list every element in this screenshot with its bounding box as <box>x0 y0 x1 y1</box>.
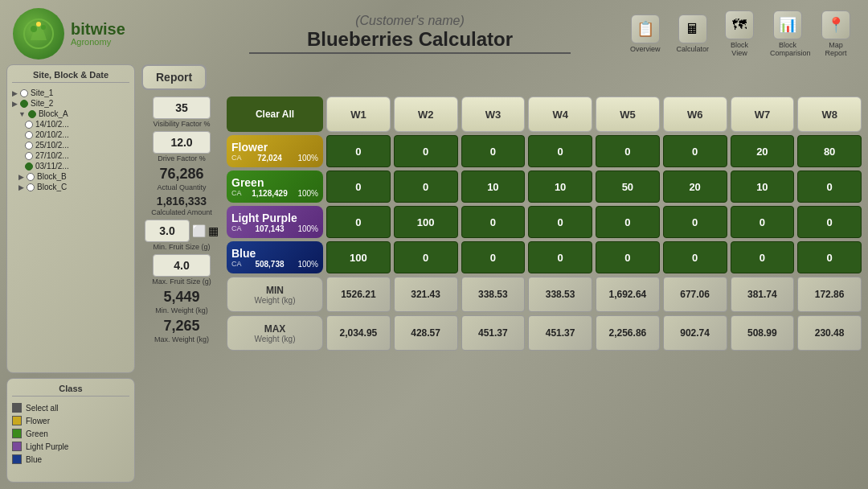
week-btn-w2[interactable]: W2 <box>394 97 458 132</box>
nav-block-comparison[interactable]: 📊 Block Comparision <box>765 7 810 60</box>
green-w1[interactable]: 0 <box>326 171 391 203</box>
week-btn-w7[interactable]: W7 <box>731 97 795 132</box>
flower-w1[interactable]: 0 <box>326 135 391 167</box>
clear-all-button[interactable]: Clear All <box>227 97 323 132</box>
flower-w3[interactable]: 0 <box>461 135 526 167</box>
max-fruit-input[interactable] <box>153 254 211 277</box>
blue-w1[interactable]: 100 <box>326 241 391 273</box>
week-btn-w1[interactable]: W1 <box>326 97 391 132</box>
max-sub: Weight (kg) <box>255 335 296 343</box>
blue-w7[interactable]: 0 <box>731 241 795 273</box>
min-w8: 172.86 <box>797 277 862 312</box>
max-w6: 902.74 <box>663 315 727 351</box>
green-w7[interactable]: 10 <box>731 171 795 203</box>
site1-radio[interactable] <box>20 89 28 97</box>
green-w5[interactable]: 50 <box>596 171 660 203</box>
tree-site1[interactable]: ▶ Site_1 <box>12 88 129 98</box>
lp-w4[interactable]: 0 <box>528 206 592 238</box>
blue-w8[interactable]: 0 <box>797 241 862 273</box>
max-weight-field: 7,265 Max. Weight (kg) <box>141 318 222 343</box>
date5-radio[interactable] <box>25 162 33 171</box>
green-w4[interactable]: 10 <box>528 171 592 203</box>
tree-date5[interactable]: 03/11/2... <box>25 161 129 171</box>
calc-amount-label: Calculated Amount <box>151 208 212 216</box>
nav-block-view[interactable]: 🗺 Block View <box>720 7 759 60</box>
lp-w3[interactable]: 0 <box>461 206 526 238</box>
week-btn-w3[interactable]: W3 <box>461 97 526 132</box>
calculator-icon: 🖩 <box>678 14 707 43</box>
report-button[interactable]: Report <box>141 64 207 90</box>
blocka-radio[interactable] <box>28 110 36 118</box>
green-w8[interactable]: 0 <box>797 171 862 203</box>
lp-w6[interactable]: 0 <box>663 206 727 238</box>
max-w3: 451.37 <box>461 315 526 351</box>
logo-area: bitwise Agronomy <box>13 8 141 60</box>
blockc-radio[interactable] <box>27 183 35 191</box>
class-blue[interactable]: Blue <box>12 453 129 466</box>
brand-name: bitwise <box>71 21 125 37</box>
flower-w4[interactable]: 0 <box>528 135 592 167</box>
nav-overview[interactable]: 📋 Overview <box>625 11 665 56</box>
week-btn-w4[interactable]: W4 <box>528 97 592 132</box>
class-green[interactable]: Green <box>12 427 129 440</box>
blue-w4[interactable]: 0 <box>528 241 592 273</box>
lp-w1[interactable]: 0 <box>326 206 391 238</box>
grid-icon[interactable]: ▦ <box>208 224 219 237</box>
visibility-factor-input[interactable] <box>153 97 211 119</box>
date4-radio[interactable] <box>25 152 33 160</box>
lp-w5[interactable]: 0 <box>596 206 660 238</box>
class-light-purple[interactable]: Light Purple <box>12 440 129 453</box>
blue-w2[interactable]: 0 <box>394 241 458 273</box>
green-w2[interactable]: 0 <box>394 171 458 203</box>
actual-qty-value: 76,286 <box>159 166 203 183</box>
lp-w2[interactable]: 100 <box>394 206 458 238</box>
date3-radio[interactable] <box>25 142 33 150</box>
blue-w6[interactable]: 0 <box>663 241 727 273</box>
blue-w5[interactable]: 0 <box>596 241 660 273</box>
flower-w8[interactable]: 80 <box>797 135 862 167</box>
max-w2: 428.57 <box>394 315 458 351</box>
max-w7: 508.99 <box>731 315 795 351</box>
min-label-cell: MIN Weight (kg) <box>227 277 323 312</box>
week-btn-w5[interactable]: W5 <box>596 97 660 132</box>
tree-blockb[interactable]: ▶ Block_B <box>18 171 129 182</box>
blockb-radio[interactable] <box>27 173 35 181</box>
flower-w5[interactable]: 0 <box>596 135 660 167</box>
tree-blockc[interactable]: ▶ Block_C <box>18 182 129 192</box>
flower-w2[interactable]: 0 <box>394 135 458 167</box>
week-btn-w8[interactable]: W8 <box>797 97 862 132</box>
filter-icon[interactable]: ⬜ <box>192 224 206 237</box>
class-select-all[interactable]: Select all <box>12 401 129 414</box>
lp-w8[interactable]: 0 <box>797 206 862 238</box>
green-w6[interactable]: 20 <box>663 171 727 203</box>
blue-row: Blue CA 508,738 100% 100 0 0 0 0 0 <box>227 241 862 273</box>
drive-factor-label: Drive Factor % <box>158 154 206 162</box>
tree-date4[interactable]: 27/10/2... <box>25 150 129 161</box>
flower-swatch <box>12 416 22 425</box>
block-view-icon: 🗺 <box>725 10 754 39</box>
flower-w7[interactable]: 20 <box>731 135 795 167</box>
tree-date1[interactable]: 14/10/2... <box>25 119 129 129</box>
min-fruit-input[interactable] <box>145 220 190 242</box>
flower-label-cell: Flower CA 72,024 100% <box>227 135 323 167</box>
tree-blocka[interactable]: ▼ Block_A <box>18 109 129 119</box>
drive-factor-field: Drive Factor % <box>141 131 222 162</box>
week-btn-w6[interactable]: W6 <box>663 97 727 132</box>
nav-map-report[interactable]: 📍 Map Report <box>817 7 855 60</box>
date1-radio[interactable] <box>25 121 33 129</box>
flower-w6[interactable]: 0 <box>663 135 727 167</box>
blue-w3[interactable]: 0 <box>461 241 526 273</box>
tree-date2[interactable]: 20/10/2... <box>25 129 129 140</box>
date2-radio[interactable] <box>25 131 33 139</box>
site2-radio[interactable] <box>20 100 28 108</box>
header: bitwise Agronomy (Customer's name) Blueb… <box>0 0 868 64</box>
class-flower[interactable]: Flower <box>12 414 129 427</box>
min-fruit-field: ⬜ ▦ Min. Fruit Size (g) <box>141 220 222 251</box>
tree-date3[interactable]: 25/10/2... <box>25 140 129 150</box>
green-w3[interactable]: 10 <box>461 171 526 203</box>
drive-factor-input[interactable] <box>153 131 211 154</box>
tree-site2[interactable]: ▶ Site_2 <box>12 98 129 109</box>
title-area: (Customer's name) Blueberries Calculator <box>141 14 678 54</box>
lp-w7[interactable]: 0 <box>731 206 795 238</box>
nav-calculator[interactable]: 🖩 Calculator <box>671 11 714 56</box>
